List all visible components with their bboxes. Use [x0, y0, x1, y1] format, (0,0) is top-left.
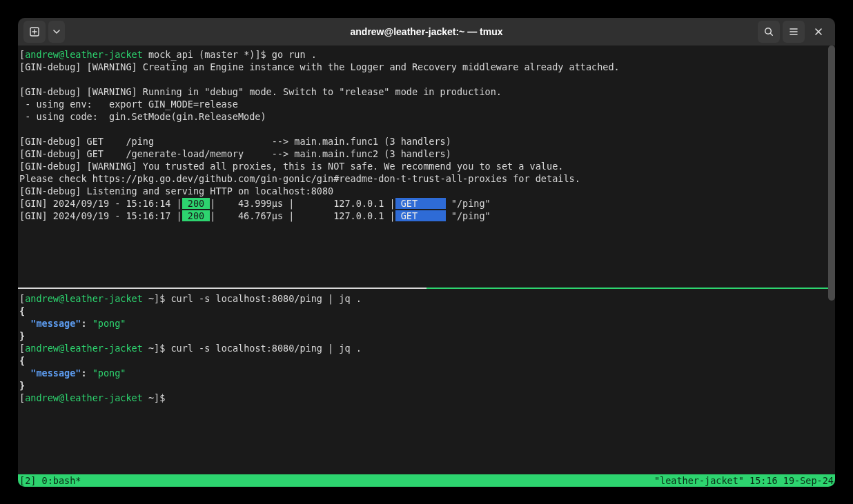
prompt-user-host: andrew@leather-jacket: [25, 343, 143, 354]
terminal-window: andrew@leather-jacket:~ — tmux [andrew@l…: [18, 18, 835, 487]
titlebar-left: [23, 21, 65, 43]
tmux-status-bar[interactable]: [2] 0:bash* "leather-jacket" 15:16 19-Se…: [18, 474, 835, 487]
prompt-bracket: [: [19, 49, 25, 60]
json-brace: }: [19, 330, 25, 341]
divider-active: [426, 288, 835, 289]
request-mid: | 46.767µs | 127.0.0.1 |: [210, 210, 395, 221]
method-get: GET: [395, 198, 446, 209]
hamburger-icon: [788, 26, 799, 37]
output-line: [GIN-debug] GET /generate-load/memory --…: [19, 148, 451, 159]
prompt-cwd: ~: [143, 293, 154, 304]
command-text: curl -s localhost:8080/ping | jq .: [170, 293, 361, 304]
json-brace: }: [19, 380, 25, 391]
scrollbar[interactable]: [828, 46, 835, 301]
json-value: "pong": [92, 367, 126, 379]
prompt-bracket-close: ]$: [255, 49, 271, 60]
command-text: curl -s localhost:8080/ping | jq .: [170, 343, 361, 354]
new-tab-button[interactable]: [23, 21, 46, 43]
tmux-status-left: [2] 0:bash*: [19, 474, 81, 487]
prompt-cwd: ~: [143, 392, 154, 403]
prompt-bracket-close: ]$: [154, 293, 170, 304]
json-key: "message": [30, 318, 81, 329]
output-line: - using code: gin.SetMode(gin.ReleaseMod…: [19, 111, 266, 122]
new-tab-dropdown[interactable]: [48, 21, 65, 43]
json-colon: :: [81, 367, 92, 379]
prompt-cwd: ~: [143, 343, 154, 354]
window-title: andrew@leather-jacket:~ — tmux: [351, 26, 503, 37]
request-mid: | 43.999µs | 127.0.0.1 |: [210, 198, 395, 209]
search-icon: [763, 26, 774, 37]
json-brace: {: [19, 355, 25, 366]
output-line: [GIN-debug] [WARNING] Creating an Engine…: [19, 61, 620, 72]
json-brace: {: [19, 305, 25, 316]
menu-button[interactable]: [783, 21, 805, 43]
tmux-pane-top[interactable]: [andrew@leather-jacket mock_api (master …: [18, 46, 835, 287]
close-button[interactable]: [807, 21, 830, 43]
output-line: [GIN-debug] GET /ping --> main.main.func…: [19, 136, 451, 147]
search-button[interactable]: [758, 21, 780, 43]
output-line: [GIN-debug] Listening and serving HTTP o…: [19, 185, 333, 196]
status-200: 200: [182, 210, 210, 221]
prompt-bracket: [: [19, 293, 25, 304]
output-line: [GIN-debug] [WARNING] Running in "debug"…: [19, 86, 502, 97]
output-line: Please check https://pkg.go.dev/github.c…: [19, 173, 580, 184]
status-200: 200: [182, 198, 210, 209]
prompt-bracket: [: [19, 343, 25, 354]
prompt-bracket-close: ]$: [154, 392, 170, 403]
close-icon: [814, 27, 823, 37]
request-path: "/ping": [446, 210, 491, 221]
terminal-body[interactable]: [andrew@leather-jacket mock_api (master …: [18, 46, 835, 487]
request-log: [GIN] 2024/09/19 - 15:16:14 |: [19, 198, 182, 209]
tmux-pane-bottom[interactable]: [andrew@leather-jacket ~]$ curl -s local…: [18, 290, 835, 407]
titlebar-right: [758, 21, 830, 43]
prompt-user-host: andrew@leather-jacket: [25, 392, 143, 403]
prompt-bracket: [: [19, 392, 25, 403]
plus-box-icon: [29, 26, 40, 37]
request-log: [GIN] 2024/09/19 - 15:16:17 |: [19, 210, 182, 221]
json-colon: :: [81, 318, 92, 329]
prompt-user-host: andrew@leather-jacket: [25, 49, 143, 60]
titlebar: andrew@leather-jacket:~ — tmux: [18, 18, 835, 46]
prompt-cwd: mock_api (master *): [143, 49, 255, 60]
method-get: GET: [395, 210, 446, 221]
tmux-status-right: "leather-jacket" 15:16 19-Sep-24: [654, 474, 834, 487]
output-line: - using env: export GIN_MODE=release: [19, 99, 238, 110]
output-line: [GIN-debug] [WARNING] You trusted all pr…: [19, 161, 563, 172]
prompt-user-host: andrew@leather-jacket: [25, 293, 143, 304]
divider-inactive: [18, 288, 426, 289]
command-text: go run .: [272, 49, 317, 60]
request-path: "/ping": [446, 198, 491, 209]
json-value: "pong": [92, 318, 126, 329]
json-key: "message": [30, 367, 81, 379]
prompt-bracket-close: ]$: [154, 343, 170, 354]
chevron-down-icon: [53, 28, 60, 35]
